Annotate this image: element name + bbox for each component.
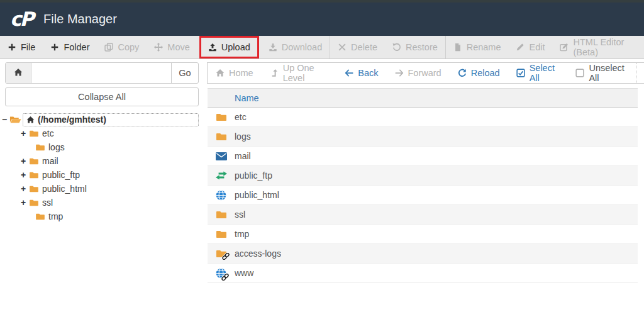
path-home-button[interactable] [6,63,31,83]
folder-button[interactable]: Folder [43,36,97,59]
folder-icon [35,213,45,220]
file-list-header: Name [208,88,638,108]
link-icon [221,253,230,260]
copy-button[interactable]: Copy [97,36,147,59]
file-row-tmp[interactable]: tmp [208,225,638,244]
upload-icon [208,43,217,52]
download-button[interactable]: Download [261,36,330,59]
file-button[interactable]: File [0,36,43,59]
folder-icon [216,132,227,141]
delete-button-label: Delete [351,42,377,52]
file-row-public_html[interactable]: public_html [208,186,638,205]
upload-highlight-box: Upload [199,36,259,59]
tree-node-ssl[interactable]: + ssl [0,196,208,209]
tree-node-public_ftp[interactable]: + public_ftp [0,168,208,182]
up-one-level-label: Up One Level [283,63,329,83]
delete-button[interactable]: Delete [330,36,385,59]
file-name: public_ftp [235,170,272,181]
file-row-etc[interactable]: etc [208,108,638,127]
tree-node-mail[interactable]: + mail [0,154,208,168]
collapse-expander[interactable]: − [2,114,9,125]
column-header-name[interactable]: Name [208,93,259,103]
download-button-label: Download [282,42,323,52]
expand-expander[interactable]: + [21,128,29,138]
tree-node-logs[interactable]: logs [0,140,208,154]
select-all-button[interactable]: Select All [508,63,568,83]
folder-icon [29,199,39,206]
file-actions-toolbar: File Folder Copy Move Upload Download De… [0,36,644,59]
folder-icon [29,157,39,165]
plus-icon [50,43,59,52]
tree-root-node[interactable]: − (/home/gmhtest) [0,113,208,126]
copy-button-label: Copy [118,42,139,52]
reload-button[interactable]: Reload [450,68,508,78]
path-input[interactable] [31,63,171,83]
unselect-all-label: Unselect All [589,63,628,83]
move-icon [154,43,163,52]
move-button[interactable]: Move [147,36,197,59]
nav-home-button[interactable]: Home [208,68,262,78]
download-icon [269,43,277,52]
folder-icon [29,130,39,137]
unselect-all-button[interactable]: Unselect All [567,63,636,83]
transfer-icon [216,171,227,180]
folder-link-icon [216,249,227,258]
restore-button[interactable]: Restore [385,36,445,59]
globe-link-icon [216,268,226,279]
tree-node-label: public_html [42,184,87,194]
file-row-logs[interactable]: logs [208,127,638,147]
edit-square-icon [560,43,569,52]
collapse-all-button[interactable]: Collapse All [5,87,199,106]
folder-icon [35,143,45,151]
page-title: File Manager [43,12,117,26]
file-row-public_ftp[interactable]: public_ftp [208,166,638,186]
up-one-level-button[interactable]: Up One Level [262,63,337,83]
upload-button-label: Upload [221,42,250,52]
file-row-access-logs[interactable]: access-logs [208,244,638,264]
file-name: access-logs [235,248,281,259]
mail-icon [216,152,227,160]
tree-node-label: mail [42,156,58,166]
toolbar-end-divider [636,63,636,83]
folder-icon [216,230,227,238]
home-icon [216,69,225,77]
file-row-www[interactable]: www [208,264,638,283]
restore-button-label: Restore [406,42,438,52]
nav-home-label: Home [229,68,253,78]
file-row-mail[interactable]: mail [208,147,638,166]
edit-button[interactable]: Edit [508,36,552,59]
rename-button[interactable]: Rename [446,36,509,59]
rename-button-label: Rename [467,42,501,52]
arrow-right-icon [395,69,404,77]
tree-node-etc[interactable]: + etc [0,126,208,140]
file-name: ssl [235,209,245,220]
content-area: Collapse All − (/home/gmhtest) + etc log… [0,84,644,283]
file-name: etc [235,112,247,122]
back-button[interactable]: Back [336,68,386,78]
tree-root-selected-box: (/home/gmhtest) [23,113,199,126]
restore-icon [392,43,401,52]
directory-tree: − (/home/gmhtest) + etc logs + mail [0,113,208,223]
reload-icon [458,69,467,77]
go-button[interactable]: Go [171,63,198,83]
expand-expander[interactable]: + [21,170,29,180]
arrow-left-icon [345,69,353,77]
tree-node-tmp[interactable]: tmp [0,209,208,223]
forward-button[interactable]: Forward [387,68,450,78]
upload-button[interactable]: Upload [201,38,257,57]
file-name: tmp [235,229,249,239]
browse-toolbar: Home Up One Level Back Forward Reload Se… [207,62,644,84]
back-label: Back [358,68,378,78]
delete-icon [338,43,347,52]
html-editor-button[interactable]: HTML Editor (Beta) [552,36,644,59]
tree-node-public_html[interactable]: + public_html [0,182,208,196]
edit-button-label: Edit [529,42,545,52]
level-up-icon [270,69,279,77]
expand-expander[interactable]: + [21,184,29,194]
expand-expander[interactable]: + [21,198,29,208]
tree-root-label: (/home/gmhtest) [38,114,106,125]
expand-expander[interactable]: + [21,156,29,166]
tree-node-label: public_ftp [42,170,80,180]
tree-node-label: etc [42,128,54,138]
file-row-ssl[interactable]: ssl [208,205,638,225]
